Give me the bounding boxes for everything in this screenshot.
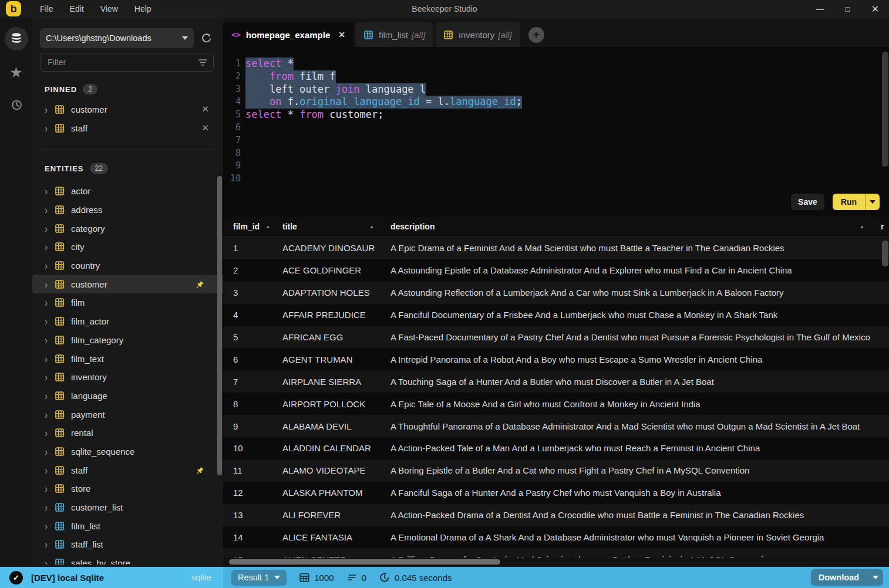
cell-description[interactable]: A Boring Epistle of a Butler And a Cat w… [390,465,881,475]
cell-film-id[interactable]: 11 [233,465,282,475]
sidebar-item-language[interactable]: › language [32,387,223,405]
cell-film-id[interactable]: 3 [233,288,282,298]
cell-description[interactable]: A Epic Tale of a Moose And a Girl who mu… [390,399,881,409]
menu-edit[interactable]: Edit [62,0,92,18]
table-row[interactable]: 10ALADDIN CALENDARA Action-Packed Tale o… [223,437,889,459]
download-button[interactable]: Download [811,569,883,586]
cell-title[interactable]: ACADEMY DINOSAUR [282,243,390,253]
unpin-button[interactable]: ✕ [201,123,209,133]
cell-description[interactable]: A Fast-Paced Documentary of a Pastry Che… [390,332,881,342]
table-row[interactable]: 9ALABAMA DEVILA Thoughtful Panorama of a… [223,415,889,437]
cell-film-id[interactable]: 1 [233,243,282,253]
cell-title[interactable]: ALASKA PHANTOM [282,488,390,498]
chevron-right-icon[interactable]: › [45,408,55,420]
cell-film-id[interactable]: 13 [233,510,282,520]
sidebar-item-city[interactable]: › city [32,238,223,256]
cell-title[interactable]: AFFAIR PREJUDICE [282,310,390,320]
sidebar-item-address[interactable]: › address [32,201,223,219]
chevron-right-icon[interactable]: › [45,390,55,402]
cell-title[interactable]: AFRICAN EGG [282,332,390,342]
table-row[interactable]: 8AIRPORT POLLOCKA Epic Tale of a Moose A… [223,393,889,415]
tables-panel-button[interactable] [5,27,28,50]
download-options-button[interactable] [867,569,883,586]
save-button[interactable]: Save [791,194,824,210]
chevron-right-icon[interactable]: › [45,103,55,115]
cell-title[interactable]: ALABAMA DEVIL [282,421,390,431]
filter-input[interactable] [46,57,198,67]
pinned-indicator[interactable] [196,466,204,475]
chevron-right-icon[interactable]: › [45,427,55,439]
tab-inventory[interactable]: inventory[all] [436,22,520,47]
menu-view[interactable]: View [92,0,126,18]
cell-description[interactable]: A Action-Packed Tale of a Man And a Lumb… [390,443,881,453]
unpin-button[interactable]: ✕ [201,104,209,114]
refresh-button[interactable] [201,33,212,44]
chevron-right-icon[interactable]: › [45,296,55,309]
cell-title[interactable]: AIRPORT POLLOCK [282,399,390,409]
sort-arrow-icon[interactable]: ▲ [265,224,270,229]
sidebar-scrollbar[interactable] [217,176,222,475]
table-row[interactable]: 14ALICE FANTASIAA Emotional Drama of a A… [223,526,889,549]
sidebar-item-customer_list[interactable]: › customer_list [32,498,223,517]
table-row[interactable]: 12ALASKA PHANTOMA Fanciful Saga of a Hun… [223,482,889,504]
sidebar-item-film_category[interactable]: › film_category [32,331,223,350]
table-row[interactable]: 6AGENT TRUMANA Intrepid Panorama of a Ro… [223,348,889,370]
cell-title[interactable]: ALAMO VIDEOTAPE [282,465,390,475]
column-header-title[interactable]: title▲ [282,222,390,231]
sidebar-item-payment[interactable]: › payment [32,405,223,424]
table-row[interactable]: 15ALIEN CENTERA Brilliant Drama of a Cat… [223,548,889,557]
run-button[interactable]: Run [833,194,880,210]
horizontal-scrollbar-thumb[interactable] [229,559,500,565]
menu-file[interactable]: File [32,0,62,18]
cell-film-id[interactable]: 12 [233,488,282,498]
chevron-right-icon[interactable]: › [45,464,55,477]
cell-description[interactable]: A Fanciful Saga of a Hunter And a Pastry… [390,488,881,498]
chevron-right-icon[interactable]: › [45,278,55,290]
close-button[interactable]: ✕ [861,0,889,18]
cell-description[interactable]: A Epic Drama of a Feminist And a Mad Sci… [390,243,881,253]
history-button[interactable] [0,92,32,119]
cell-description[interactable]: A Astounding Reflection of a Lumberjack … [390,288,881,298]
cell-title[interactable]: ALADDIN CALENDAR [282,443,390,453]
sidebar-item-sqlite_sequence[interactable]: › sqlite_sequence [32,442,223,461]
cell-description[interactable]: A Action-Packed Drama of a Dentist And a… [390,510,881,520]
new-tab-button[interactable]: + [528,27,544,43]
cell-film-id[interactable]: 5 [233,332,282,342]
chevron-right-icon[interactable]: › [45,520,55,532]
sidebar-item-inventory[interactable]: › inventory [32,368,223,387]
chevron-right-icon[interactable]: › [45,557,55,565]
column-header-description[interactable]: description▲ [390,222,881,231]
chevron-right-icon[interactable]: › [45,241,55,253]
chevron-right-icon[interactable]: › [45,334,55,346]
cell-film-id[interactable]: 7 [233,377,282,387]
sql-editor[interactable]: 1select *2 from film f3 left outer join … [223,47,889,217]
editor-scrollbar[interactable] [882,52,888,167]
chevron-right-icon[interactable]: › [45,185,55,197]
menu-help[interactable]: Help [126,0,160,18]
cell-title[interactable]: ACE GOLDFINGER [282,265,390,275]
cell-title[interactable]: ALICE FANTASIA [282,532,390,542]
table-row[interactable]: 2ACE GOLDFINGERA Astounding Epistle of a… [223,259,889,282]
cell-film-id[interactable]: 10 [233,443,282,453]
table-row[interactable]: 3ADAPTATION HOLESA Astounding Reflection… [223,282,889,304]
chevron-right-icon[interactable]: › [45,445,55,458]
sidebar-item-film[interactable]: › film [32,293,223,312]
cell-film-id[interactable]: 8 [233,399,282,409]
sidebar-item-customer[interactable]: › customer [32,275,223,293]
sidebar-item-country[interactable]: › country [32,256,223,275]
cell-description[interactable]: A Touching Saga of a Hunter And a Butler… [390,377,881,387]
pinned-indicator[interactable] [196,280,204,289]
connection-selector[interactable]: C:\Users\ghstng\Downloads [40,28,194,48]
column-header-film_id[interactable]: film_id▲ [233,222,282,231]
cell-title[interactable]: AGENT TRUMAN [282,354,390,364]
favorites-button[interactable]: ★ [0,59,32,86]
sidebar-item-rental[interactable]: › rental [32,424,223,442]
sidebar-item-staff_list[interactable]: › staff_list [32,535,223,554]
maximize-button[interactable]: □ [834,0,861,18]
cell-film-id[interactable]: 14 [233,532,282,542]
sidebar-item-category[interactable]: › category [32,219,223,238]
column-header-r[interactable]: r [881,222,889,231]
cell-film-id[interactable]: 2 [233,265,282,275]
chevron-right-icon[interactable]: › [45,538,55,550]
sidebar-item-film_list[interactable]: › film_list [32,516,223,535]
